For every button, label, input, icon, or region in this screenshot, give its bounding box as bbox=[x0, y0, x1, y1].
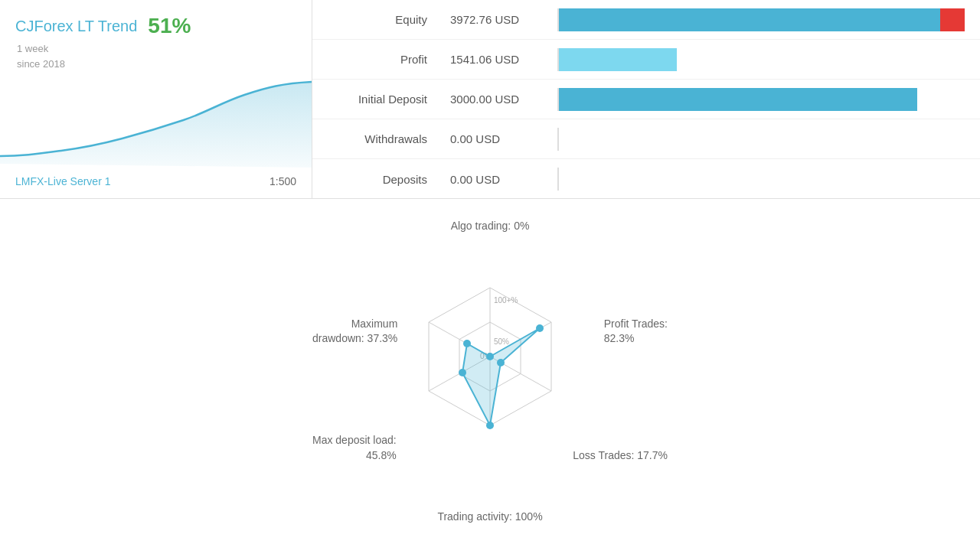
withdrawals-row: Withdrawals 0.00 USD bbox=[312, 119, 980, 159]
algo-trading-label: Algo trading: 0% bbox=[451, 219, 530, 234]
radar-chart: 100+% 50% 0% bbox=[398, 280, 582, 464]
main-container: CJForex LT Trend 51% 1 week since 2018 bbox=[0, 0, 980, 199]
initial-deposit-value: 3000.00 USD bbox=[450, 93, 557, 106]
leverage-value: 1:500 bbox=[270, 175, 296, 187]
initial-deposit-label: Initial Deposit bbox=[328, 93, 450, 106]
equity-value: 3972.76 USD bbox=[450, 13, 557, 26]
profit-label: Profit bbox=[328, 53, 450, 66]
dp-max-drawdown bbox=[463, 340, 471, 347]
deposits-label: Deposits bbox=[328, 173, 450, 186]
profit-trades-label: Profit Trades: 82.3% bbox=[604, 317, 668, 347]
withdrawals-bar-divider bbox=[557, 128, 559, 151]
equity-bar-container bbox=[557, 8, 965, 31]
left-panel: CJForex LT Trend 51% 1 week since 2018 bbox=[0, 0, 312, 199]
profit-row: Profit 1541.06 USD bbox=[312, 40, 980, 80]
dp-max-deposit-load bbox=[459, 369, 466, 376]
metrics-table: Equity 3972.76 USD Profit 1541.06 USD bbox=[312, 0, 980, 198]
profit-bar-fill bbox=[559, 48, 677, 71]
percent-value: 51% bbox=[148, 14, 191, 38]
initial-deposit-bar-fill bbox=[559, 88, 917, 111]
max-deposit-load-label: Max deposit load: 45.8% bbox=[312, 433, 397, 463]
bottom-section: Algo trading: 0% Profit Trades: 82.3% Lo… bbox=[0, 199, 980, 544]
dp-trading-activity bbox=[486, 422, 494, 429]
radar-svg: 100+% 50% 0% bbox=[398, 280, 582, 464]
dp-algo bbox=[486, 353, 494, 360]
withdrawals-label: Withdrawals bbox=[328, 132, 450, 145]
line-chart bbox=[0, 68, 312, 168]
initial-deposit-bar-container bbox=[557, 88, 965, 111]
left-footer: LMFX-Live Server 1 1:500 bbox=[15, 175, 296, 187]
trading-activity-label: Trading activity: 100% bbox=[437, 510, 542, 525]
deposits-value: 0.00 USD bbox=[450, 173, 557, 186]
loss-trades-label: Loss Trades: 17.7% bbox=[573, 448, 668, 464]
dp-profit-trades bbox=[536, 324, 544, 332]
deposits-bar-container bbox=[557, 168, 965, 191]
scale-100-label: 100+% bbox=[494, 296, 518, 305]
equity-bar-fill bbox=[559, 8, 965, 31]
initial-deposit-row: Initial Deposit 3000.00 USD bbox=[312, 80, 980, 119]
radar-container: Algo trading: 0% Profit Trades: 82.3% Lo… bbox=[299, 219, 681, 525]
deposits-row: Deposits 0.00 USD bbox=[312, 159, 980, 199]
withdrawals-value: 0.00 USD bbox=[450, 132, 557, 145]
scale-50-label: 50% bbox=[494, 337, 509, 346]
max-drawdown-label: Maximum drawdown: 37.3% bbox=[312, 317, 397, 347]
equity-bar-red bbox=[940, 8, 965, 31]
meta-info: 1 week since 2018 bbox=[17, 41, 296, 71]
dp-loss-trades bbox=[497, 359, 505, 366]
chart-area bbox=[0, 68, 312, 168]
period-label: 1 week bbox=[17, 43, 48, 54]
server-name: LMFX-Live Server 1 bbox=[15, 175, 110, 187]
left-header: CJForex LT Trend 51% bbox=[15, 14, 296, 38]
strategy-name: CJForex LT Trend bbox=[15, 18, 137, 35]
right-panel: Equity 3972.76 USD Profit 1541.06 USD bbox=[312, 0, 980, 199]
withdrawals-bar-container bbox=[557, 128, 965, 151]
profit-bar-container bbox=[557, 48, 965, 71]
deposits-bar-divider bbox=[557, 168, 559, 191]
equity-row: Equity 3972.76 USD bbox=[312, 0, 980, 40]
profit-value: 1541.06 USD bbox=[450, 53, 557, 66]
equity-label: Equity bbox=[328, 13, 450, 26]
